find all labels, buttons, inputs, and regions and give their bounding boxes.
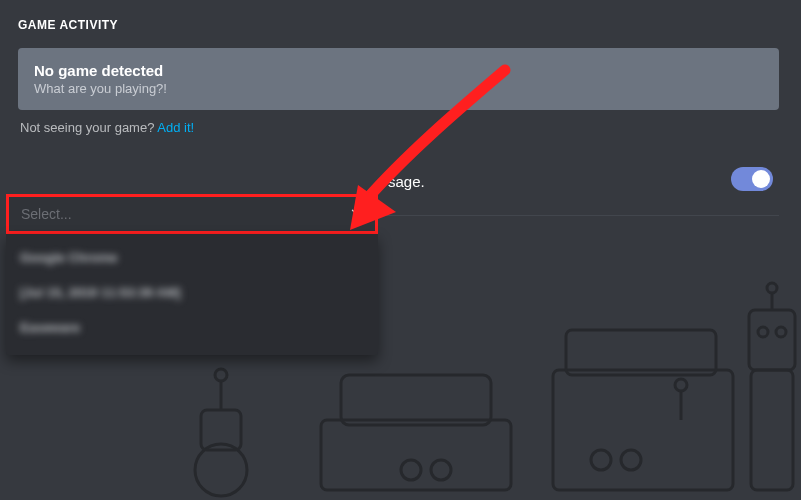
game-option[interactable]: Easeware [6, 310, 378, 345]
no-game-title: No game detected [34, 60, 763, 81]
svg-point-17 [776, 327, 786, 337]
svg-point-19 [767, 283, 777, 293]
no-game-card: No game detected What are you playing?! [18, 48, 779, 110]
svg-point-16 [758, 327, 768, 337]
game-select-options: Google Chrome [Jul 15, 2019 11:53:39 AM]… [6, 234, 378, 355]
svg-point-11 [591, 450, 611, 470]
game-select-placeholder: Select... [21, 206, 72, 222]
svg-rect-5 [321, 420, 511, 490]
status-message-text: sage. [388, 173, 425, 190]
svg-point-12 [621, 450, 641, 470]
chevron-down-icon [349, 205, 363, 223]
status-message-toggle[interactable] [731, 167, 773, 191]
add-game-link[interactable]: Add it! [157, 120, 194, 135]
svg-rect-6 [341, 375, 491, 425]
toggle-knob [752, 170, 770, 188]
svg-point-4 [215, 369, 227, 381]
game-option[interactable]: Google Chrome [6, 240, 378, 275]
svg-rect-10 [566, 330, 716, 375]
add-game-prompt: Not seeing your game? Add it! [20, 120, 779, 135]
svg-point-7 [401, 460, 421, 480]
add-game-dropdown: Select... Google Chrome [Jul 15, 2019 11… [6, 194, 378, 355]
svg-rect-9 [553, 370, 733, 490]
svg-rect-15 [749, 310, 795, 370]
section-title: GAME ACTIVITY [18, 18, 779, 32]
game-option[interactable]: [Jul 15, 2019 11:53:39 AM] [6, 275, 378, 310]
no-game-subtitle: What are you playing?! [34, 81, 763, 96]
svg-point-1 [195, 444, 247, 496]
game-select[interactable]: Select... [6, 194, 378, 234]
svg-point-8 [431, 460, 451, 480]
svg-point-14 [675, 379, 687, 391]
svg-rect-2 [201, 410, 241, 450]
add-game-prompt-text: Not seeing your game? [20, 120, 157, 135]
svg-rect-20 [751, 370, 793, 490]
